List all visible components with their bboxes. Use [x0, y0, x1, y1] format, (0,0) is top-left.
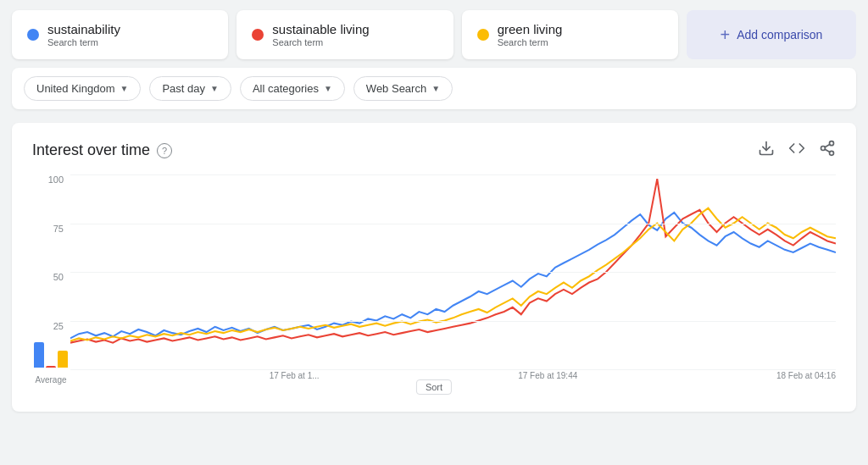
search-type-filter-label: Web Search	[366, 82, 426, 95]
term-name-sustainability: sustainability	[47, 22, 120, 36]
top-bar: sustainability Search term sustainable l…	[0, 0, 868, 116]
add-comparison-button[interactable]: + Add comparison	[687, 10, 856, 59]
avg-bar-blue	[34, 342, 44, 368]
x-label-1: 17 Feb at 1...	[270, 371, 320, 380]
section-title-row: Interest over time ?	[32, 141, 172, 159]
term-text-sustainable-living: sustainable living Search term	[272, 22, 369, 47]
region-filter-arrow: ▼	[120, 84, 129, 93]
section-title: Interest over time	[32, 141, 150, 159]
grid-line-0	[70, 369, 836, 370]
time-filter-label: Past day	[162, 82, 205, 95]
x-label-2: 17 Feb at 19:44	[518, 371, 577, 380]
chart-x-axis: 17 Feb at 1... 17 Feb at 19:44 18 Feb at…	[70, 371, 836, 395]
search-type-filter[interactable]: Web Search ▼	[353, 76, 453, 101]
term-label-sustainable-living: Search term	[272, 37, 369, 47]
x-label-3: 18 Feb at 04:16	[776, 371, 836, 380]
add-comparison-label: Add comparison	[737, 28, 822, 42]
share-icon[interactable]	[819, 140, 836, 161]
grid-line-100	[70, 174, 836, 175]
grid-line-75	[70, 224, 836, 224]
time-filter[interactable]: Past day ▼	[149, 76, 231, 101]
search-type-filter-arrow: ▼	[431, 84, 440, 93]
avg-bar-red	[46, 366, 56, 368]
avg-bar-yellow	[58, 351, 68, 368]
svg-line-4	[825, 149, 830, 152]
category-filter[interactable]: All categories ▼	[240, 76, 345, 101]
term-dot-sustainable-living	[252, 29, 264, 41]
term-text-green-living: green living Search term	[498, 22, 563, 47]
section-actions	[758, 140, 836, 161]
svg-line-5	[825, 144, 830, 147]
category-filter-arrow: ▼	[324, 84, 332, 93]
term-name-green-living: green living	[498, 22, 563, 36]
download-icon[interactable]	[758, 140, 775, 161]
chart-plot	[70, 174, 836, 369]
y-label-50: 50	[53, 272, 64, 282]
time-filter-arrow: ▼	[210, 84, 219, 93]
section-header: Interest over time ?	[32, 140, 836, 161]
grid-line-25	[70, 321, 836, 322]
search-terms-row: sustainability Search term sustainable l…	[12, 10, 856, 59]
term-dot-green-living	[477, 29, 489, 41]
embed-icon[interactable]	[788, 140, 805, 161]
y-label-75: 75	[53, 224, 64, 234]
add-comparison-plus-icon: +	[721, 25, 731, 45]
y-label-100: 100	[48, 174, 64, 185]
region-filter-label: United Kingdom	[36, 82, 115, 95]
chart-tooltip: Sort	[416, 379, 452, 395]
chart-area: 100 75 50 25 Average	[32, 174, 836, 395]
search-term-card-sustainability[interactable]: sustainability Search term	[12, 10, 228, 59]
term-label-green-living: Search term	[498, 37, 563, 47]
region-filter[interactable]: United Kingdom ▼	[24, 76, 141, 101]
search-term-card-green-living[interactable]: green living Search term	[462, 10, 678, 59]
term-text-sustainability: sustainability Search term	[47, 22, 120, 47]
category-filter-label: All categories	[253, 82, 319, 95]
term-name-sustainable-living: sustainable living	[272, 22, 369, 36]
interest-over-time-section: Interest over time ?	[12, 123, 856, 412]
search-term-card-sustainable-living[interactable]: sustainable living Search term	[236, 10, 453, 59]
grid-line-50	[70, 272, 836, 273]
term-label-sustainability: Search term	[47, 37, 120, 47]
filters-row: United Kingdom ▼ Past day ▼ All categori…	[12, 68, 856, 109]
line-sustainability	[70, 213, 836, 338]
term-dot-sustainability	[27, 29, 39, 41]
help-icon[interactable]: ?	[157, 143, 172, 158]
avg-label: Average	[35, 375, 66, 385]
